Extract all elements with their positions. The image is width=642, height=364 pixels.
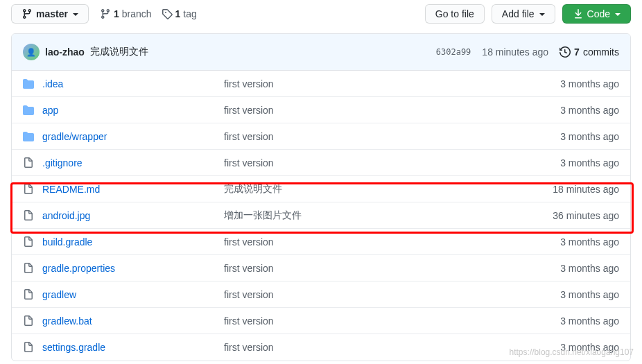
add-file-label: Add file <box>502 8 535 19</box>
file-time: 36 minutes ago <box>553 210 619 221</box>
file-commit-message[interactable]: first version <box>224 263 552 274</box>
go-to-file-label: Go to file <box>435 8 474 19</box>
file-icon <box>23 157 34 168</box>
download-icon <box>573 8 584 19</box>
tag-count: 1 <box>175 8 181 19</box>
file-listing-box: 👤 lao-zhao 完成说明文件 6302a99 18 minutes ago… <box>11 33 631 361</box>
code-download-button[interactable]: Code <box>562 4 631 24</box>
commit-message[interactable]: 完成说明文件 <box>90 46 148 58</box>
file-commit-message[interactable]: first version <box>224 342 552 353</box>
file-row: gradle.propertiesfirst version3 months a… <box>12 255 630 281</box>
file-time: 3 months ago <box>560 236 619 248</box>
add-file-button[interactable]: Add file <box>492 4 555 24</box>
file-time: 3 months ago <box>560 131 619 142</box>
file-time: 3 months ago <box>560 263 619 274</box>
branch-tag-stats: 1 branch 1 tag <box>100 8 197 19</box>
go-to-file-button[interactable]: Go to file <box>425 4 485 24</box>
file-row: gradlewfirst version3 months ago <box>12 281 630 308</box>
file-icon <box>23 315 34 327</box>
file-time: 3 months ago <box>560 315 619 327</box>
file-name-link[interactable]: app <box>42 105 216 116</box>
branch-count: 1 <box>114 8 119 19</box>
folder-icon <box>23 131 34 142</box>
file-row: gradle/wrapperfirst version3 months ago <box>12 123 630 150</box>
code-label: Code <box>587 8 610 19</box>
file-name-link[interactable]: .idea <box>42 78 216 89</box>
commits-link[interactable]: 7 commits <box>559 46 619 58</box>
git-branch-icon <box>100 8 111 19</box>
file-name-link[interactable]: gradle/wrapper <box>42 131 216 142</box>
branch-word: branch <box>122 8 152 19</box>
commit-author[interactable]: lao-zhao <box>45 46 85 58</box>
commits-word: commits <box>583 46 619 58</box>
commits-count: 7 <box>574 46 580 58</box>
file-commit-message[interactable]: first version <box>224 289 552 300</box>
file-name-link[interactable]: build.gradle <box>42 236 216 248</box>
file-row: .ideafirst version3 months ago <box>12 71 630 97</box>
repo-toolbar: master 1 branch 1 tag Go to file Add fil… <box>1 1 641 33</box>
tags-link[interactable]: 1 tag <box>162 8 197 19</box>
history-icon <box>559 46 571 58</box>
file-commit-message[interactable]: 增加一张图片文件 <box>224 209 544 222</box>
commit-time: 18 minutes ago <box>482 46 548 58</box>
folder-icon <box>23 105 34 116</box>
file-time: 3 months ago <box>560 78 619 89</box>
file-row: build.gradlefirst version3 months ago <box>12 229 630 255</box>
git-branch-icon <box>21 8 33 19</box>
file-icon <box>23 263 34 274</box>
branch-name: master <box>36 8 68 19</box>
file-commit-message[interactable]: first version <box>224 131 552 142</box>
file-time: 3 months ago <box>560 289 619 300</box>
file-icon <box>23 184 34 195</box>
file-row: android.jpg增加一张图片文件36 minutes ago <box>12 202 630 229</box>
chevron-down-icon <box>71 8 78 19</box>
file-icon <box>23 210 34 221</box>
file-row: gradlew.batfirst version3 months ago <box>12 308 630 334</box>
file-commit-message[interactable]: first version <box>224 157 552 168</box>
file-name-link[interactable]: .gitignore <box>42 157 216 168</box>
file-name-link[interactable]: android.jpg <box>42 210 216 221</box>
file-commit-message[interactable]: first version <box>224 105 552 116</box>
file-name-link[interactable]: gradlew <box>42 289 216 300</box>
file-icon <box>23 289 34 300</box>
file-icon <box>23 236 34 248</box>
file-name-link[interactable]: README.md <box>42 184 216 195</box>
file-row: settings.gradlefirst version3 months ago <box>12 334 630 361</box>
tag-word: tag <box>183 8 196 19</box>
tag-icon <box>162 8 173 19</box>
chevron-down-icon <box>538 8 545 19</box>
file-commit-message[interactable]: first version <box>224 236 552 248</box>
file-icon <box>23 342 34 353</box>
file-row: appfirst version3 months ago <box>12 97 630 123</box>
commit-sha[interactable]: 6302a99 <box>436 47 471 57</box>
file-time: 3 months ago <box>560 342 619 353</box>
chevron-down-icon <box>614 8 621 19</box>
file-name-link[interactable]: gradlew.bat <box>42 315 216 327</box>
file-commit-message[interactable]: first version <box>224 78 552 89</box>
file-time: 18 minutes ago <box>553 184 619 195</box>
branch-select-button[interactable]: master <box>11 4 89 24</box>
folder-icon <box>23 78 34 89</box>
file-commit-message[interactable]: first version <box>224 315 552 327</box>
latest-commit-header: 👤 lao-zhao 完成说明文件 6302a99 18 minutes ago… <box>12 34 630 71</box>
file-commit-message[interactable]: 完成说明文件 <box>224 183 544 196</box>
file-time: 3 months ago <box>560 157 619 168</box>
file-name-link[interactable]: settings.gradle <box>42 342 216 353</box>
avatar[interactable]: 👤 <box>23 44 40 60</box>
file-time: 3 months ago <box>560 105 619 116</box>
file-name-link[interactable]: gradle.properties <box>42 263 216 274</box>
file-row: .gitignorefirst version3 months ago <box>12 150 630 176</box>
file-row: README.md完成说明文件18 minutes ago <box>12 176 630 202</box>
branches-link[interactable]: 1 branch <box>100 8 152 19</box>
